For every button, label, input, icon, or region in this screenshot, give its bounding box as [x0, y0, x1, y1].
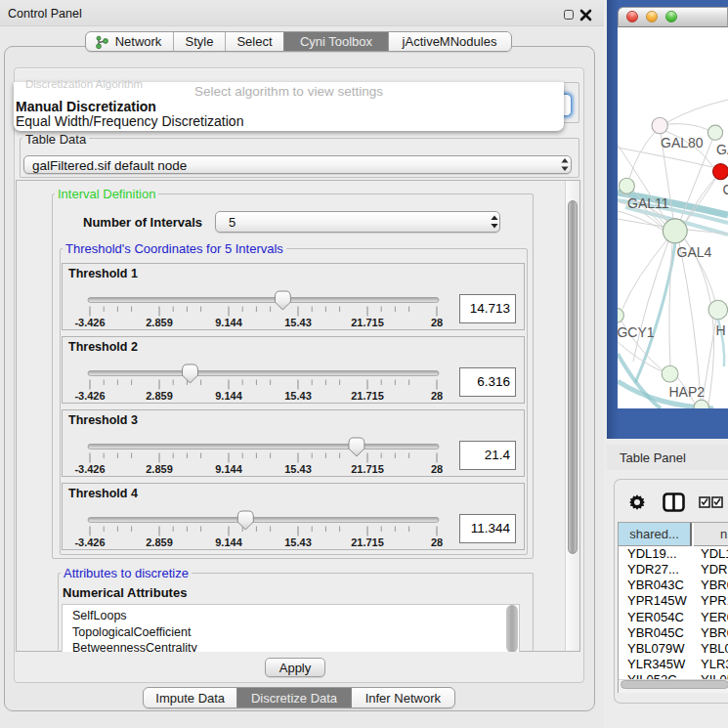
svg-text:28: 28 — [431, 317, 443, 328]
svg-text:9.144: 9.144 — [215, 317, 242, 328]
svg-text:21.715: 21.715 — [351, 317, 384, 328]
svg-text:HAP2: HAP2 — [669, 384, 706, 400]
svg-text:2.859: 2.859 — [146, 390, 173, 402]
svg-text:-3.426: -3.426 — [74, 463, 105, 475]
svg-text:28: 28 — [431, 536, 443, 548]
svg-text:-3.426: -3.426 — [74, 317, 105, 328]
svg-text:9.144: 9.144 — [215, 390, 242, 402]
svg-text:2.859: 2.859 — [146, 463, 173, 475]
svg-text:21.715: 21.715 — [351, 463, 384, 475]
svg-text:21.715: 21.715 — [351, 390, 384, 402]
svg-text:GCY1: GCY1 — [618, 324, 655, 340]
svg-text:-3.426: -3.426 — [74, 536, 105, 548]
svg-text:15.43: 15.43 — [284, 536, 312, 548]
svg-text:21.715: 21.715 — [351, 536, 384, 548]
svg-text:9.144: 9.144 — [215, 536, 242, 548]
svg-text:28: 28 — [431, 390, 443, 402]
svg-text:15.43: 15.43 — [284, 390, 312, 402]
svg-text:GAL4: GAL4 — [677, 244, 712, 260]
svg-text:2.859: 2.859 — [146, 536, 173, 548]
svg-text:2.859: 2.859 — [146, 317, 173, 328]
svg-text:H: H — [716, 322, 726, 338]
svg-text:28: 28 — [431, 463, 443, 475]
svg-text:GAL11: GAL11 — [627, 195, 669, 211]
svg-text:9.144: 9.144 — [215, 463, 242, 475]
svg-text:-3.426: -3.426 — [74, 390, 105, 402]
svg-text:GA: GA — [716, 142, 728, 157]
svg-text:GAL80: GAL80 — [661, 135, 704, 150]
svg-text:15.43: 15.43 — [284, 317, 312, 328]
svg-text:15.43: 15.43 — [284, 463, 312, 475]
svg-text:CY: CY — [723, 182, 728, 197]
